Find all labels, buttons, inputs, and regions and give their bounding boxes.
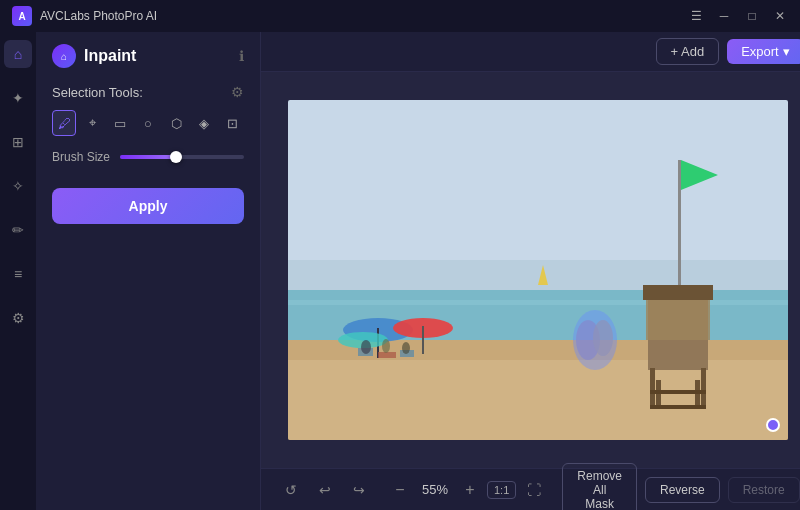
- brush-size-label: Brush Size: [52, 150, 110, 164]
- toolbar-left: ↺ ↩ ↪: [277, 476, 373, 504]
- svg-rect-10: [650, 368, 655, 408]
- add-button[interactable]: + Add: [656, 38, 720, 65]
- svg-rect-16: [646, 300, 710, 340]
- sidebar-item-layers[interactable]: ⊞: [4, 128, 32, 156]
- canvas-header: + Add Export ▾: [261, 32, 800, 72]
- zoom-out-button[interactable]: −: [389, 479, 411, 501]
- svg-rect-3: [288, 300, 788, 305]
- image-container: [261, 72, 800, 468]
- remove-all-mask-button[interactable]: Remove All Mask: [562, 463, 637, 511]
- circle-tool-button[interactable]: ○: [136, 110, 160, 136]
- slider-fill: [120, 155, 176, 159]
- paint-tool-button[interactable]: ◈: [192, 110, 216, 136]
- beach-scene-svg: [288, 100, 788, 440]
- reverse-button[interactable]: Reverse: [645, 477, 720, 503]
- sidebar-item-effects[interactable]: ✧: [4, 172, 32, 200]
- tool-icons-row: 🖊 ⌖ ▭ ○ ⬡ ◈ ⊡: [36, 104, 260, 142]
- expand-button[interactable]: ⛶: [522, 478, 546, 502]
- rect-tool-button[interactable]: ▭: [108, 110, 132, 136]
- svg-rect-5: [288, 360, 788, 440]
- panel-logo-icon: ⌂: [52, 44, 76, 68]
- sidebar-item-tools[interactable]: ⚙: [4, 304, 32, 332]
- bottom-toolbar: ↺ ↩ ↪ − 55% + 1:1 ⛶ Remove All Mask Reve…: [261, 468, 800, 510]
- sidebar-item-adjust[interactable]: ≡: [4, 260, 32, 288]
- app-title: AVCLabs PhotoPro AI: [40, 9, 157, 23]
- side-panel: ⌂ Inpaint ℹ Selection Tools: ⚙ 🖊 ⌖ ▭ ○ ⬡…: [36, 32, 261, 510]
- svg-rect-15: [650, 405, 706, 409]
- title-bar: A AVCLabs PhotoPro AI ☰ ─ □ ✕: [0, 0, 800, 32]
- sidebar-item-magic[interactable]: ✦: [4, 84, 32, 112]
- redo-button[interactable]: ↪: [345, 476, 373, 504]
- brush-size-slider[interactable]: [120, 155, 244, 159]
- apply-button[interactable]: Apply: [52, 188, 244, 224]
- main-layout: ⌂ ✦ ⊞ ✧ ✏ ≡ ⚙ ⌂ Inpaint ℹ Selection Tool…: [0, 32, 800, 510]
- menu-button[interactable]: ☰: [688, 9, 704, 23]
- slider-thumb[interactable]: [170, 151, 182, 163]
- canvas-area: + Add Export ▾: [261, 32, 800, 510]
- wand-tool-button[interactable]: ⬡: [164, 110, 188, 136]
- panel-title-text: Inpaint: [84, 47, 136, 65]
- app-logo: A: [12, 6, 32, 26]
- svg-point-25: [361, 340, 371, 354]
- icon-bar: ⌂ ✦ ⊞ ✧ ✏ ≡ ⚙: [0, 32, 36, 510]
- toolbar-right: Remove All Mask Reverse Restore: [562, 463, 799, 511]
- pen-tool-button[interactable]: 🖊: [52, 110, 76, 136]
- zoom-in-button[interactable]: +: [459, 479, 481, 501]
- svg-rect-9: [643, 285, 713, 300]
- svg-rect-20: [422, 326, 424, 354]
- title-bar-left: A AVCLabs PhotoPro AI: [12, 6, 157, 26]
- svg-rect-11: [701, 368, 706, 408]
- svg-point-27: [402, 342, 410, 354]
- eraser-tool-button[interactable]: ⊡: [220, 110, 244, 136]
- selection-tools-label: Selection Tools: ⚙: [36, 76, 260, 104]
- panel-header: ⌂ Inpaint ℹ: [36, 32, 260, 76]
- sidebar-item-home[interactable]: ⌂: [4, 40, 32, 68]
- brush-size-row: Brush Size: [36, 142, 260, 172]
- undo-button[interactable]: ↩: [311, 476, 339, 504]
- refresh-button[interactable]: ↺: [277, 476, 305, 504]
- svg-rect-23: [378, 352, 396, 358]
- svg-point-31: [573, 310, 617, 370]
- close-button[interactable]: ✕: [772, 9, 788, 23]
- lasso-tool-button[interactable]: ⌖: [80, 110, 104, 136]
- minimize-button[interactable]: ─: [716, 9, 732, 23]
- sidebar-item-brush[interactable]: ✏: [4, 216, 32, 244]
- export-button[interactable]: Export ▾: [727, 39, 800, 64]
- svg-rect-6: [678, 160, 681, 290]
- panel-title-group: ⌂ Inpaint: [52, 44, 136, 68]
- maximize-button[interactable]: □: [744, 9, 760, 23]
- svg-rect-14: [650, 390, 706, 394]
- zoom-controls: − 55% + 1:1 ⛶: [389, 478, 546, 502]
- zoom-fit-button[interactable]: 1:1: [487, 481, 516, 499]
- title-bar-controls: ☰ ─ □ ✕: [688, 9, 788, 23]
- restore-button[interactable]: Restore: [728, 477, 800, 503]
- beach-image: [288, 100, 788, 440]
- svg-point-26: [382, 339, 390, 353]
- info-icon[interactable]: ℹ: [239, 48, 244, 64]
- zoom-level-text: 55%: [417, 482, 453, 497]
- gear-icon[interactable]: ⚙: [231, 84, 244, 100]
